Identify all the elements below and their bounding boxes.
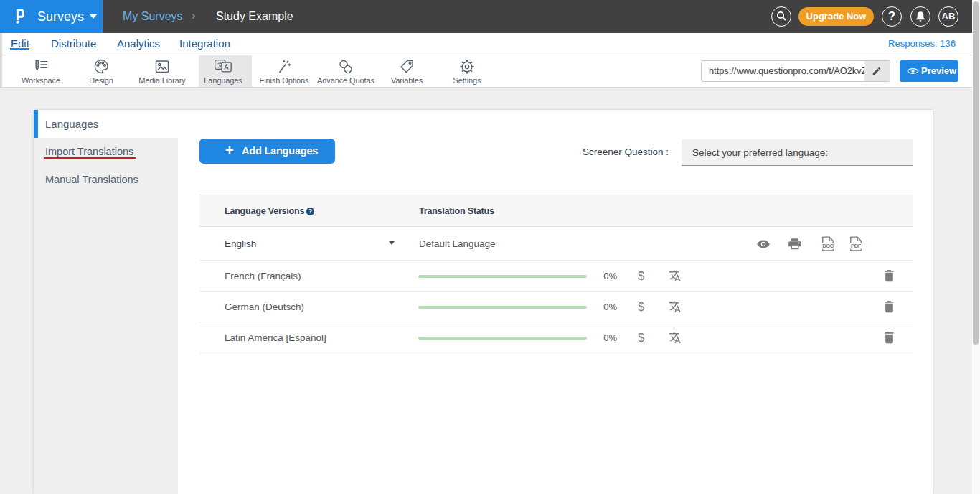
svg-text:DOC: DOC [822,243,834,249]
svg-text:PDF: PDF [851,243,862,249]
